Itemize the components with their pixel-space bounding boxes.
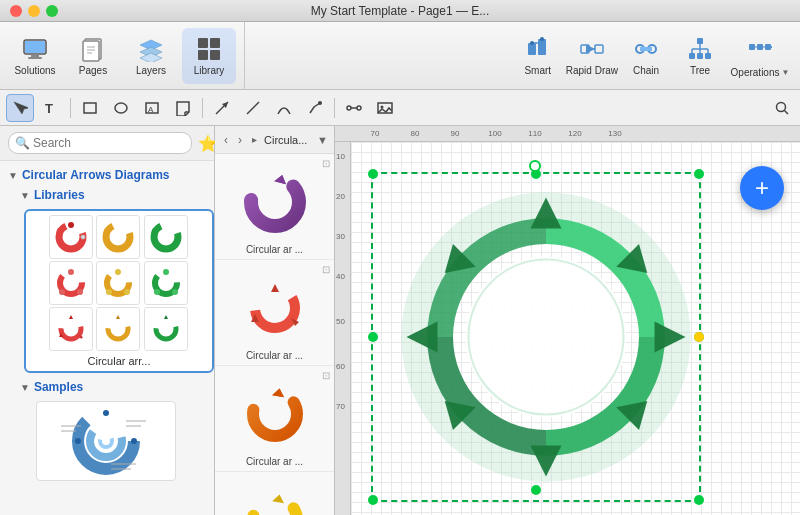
canvas-grid[interactable]: + xyxy=(351,142,800,515)
svg-point-69 xyxy=(68,269,74,275)
svg-point-57 xyxy=(381,105,384,108)
breadcrumb-more-icon[interactable]: ▼ xyxy=(317,134,328,146)
image-tool[interactable] xyxy=(371,94,399,122)
ellipse-tool[interactable] xyxy=(107,94,135,122)
lib-cell-9 xyxy=(144,307,188,351)
shapes-list: ⊡ xyxy=(215,154,334,515)
separator-3 xyxy=(334,98,335,118)
shape-item-3[interactable]: ⊡ Circular ar ... xyxy=(215,366,334,472)
pages-label: Pages xyxy=(79,65,107,76)
svg-rect-21 xyxy=(581,45,589,53)
smart-icon xyxy=(524,35,552,63)
tree-button[interactable]: Tree xyxy=(674,28,726,84)
rapid-draw-icon xyxy=(578,35,606,63)
back-arrow-icon[interactable]: ‹ xyxy=(221,131,231,149)
svg-marker-46 xyxy=(177,102,189,116)
shape-item-2[interactable]: ⊡ Circular ar ... xyxy=(215,260,334,366)
sample-diagram[interactable] xyxy=(36,401,176,481)
samples-item[interactable]: ▼ Samples xyxy=(12,377,214,397)
maximize-button[interactable] xyxy=(46,5,58,17)
text-box-tool[interactable]: A xyxy=(138,94,166,122)
shape-item-1[interactable]: ⊡ xyxy=(215,154,334,260)
rapid-draw-button[interactable]: Rapid Draw xyxy=(566,28,618,84)
svg-text:A: A xyxy=(148,105,154,114)
library-button[interactable]: Library xyxy=(182,28,236,84)
handle-bot-left[interactable] xyxy=(368,495,378,505)
circular-arrows-item[interactable]: ▼ Circular Arrows Diagrams xyxy=(0,165,214,185)
arrow-tool[interactable] xyxy=(208,94,236,122)
chain-button[interactable]: Chain xyxy=(620,28,672,84)
canvas-area[interactable]: 70 80 90 100 110 120 130 10 20 30 40 50 … xyxy=(335,126,800,515)
svg-point-52 xyxy=(318,101,322,105)
pages-icon xyxy=(79,35,107,63)
lib-cell-2 xyxy=(96,215,140,259)
svg-point-58 xyxy=(777,102,786,111)
operations-button[interactable]: Operations ▼ xyxy=(728,28,792,84)
fold-icon-3: ⊡ xyxy=(322,370,330,381)
library-grid xyxy=(49,215,189,351)
breadcrumb-text: Circula... xyxy=(264,134,313,146)
svg-rect-15 xyxy=(210,50,220,60)
lib-cell-8 xyxy=(96,307,140,351)
libraries-item[interactable]: ▼ Libraries xyxy=(12,185,214,205)
text-tool[interactable]: T xyxy=(37,94,65,122)
line-tool[interactable] xyxy=(239,94,267,122)
connect-tool[interactable] xyxy=(340,94,368,122)
library-item[interactable]: Circular arr... xyxy=(24,209,214,373)
curve-tool[interactable] xyxy=(270,94,298,122)
pen-tool[interactable] xyxy=(301,94,329,122)
circular-arrows-label: Circular Arrows Diagrams xyxy=(22,168,170,182)
handle-top-right[interactable] xyxy=(694,169,704,179)
rectangle-tool[interactable] xyxy=(76,94,104,122)
library-item-label: Circular arr... xyxy=(88,355,151,367)
svg-point-62 xyxy=(68,222,74,228)
pages-button[interactable]: Pages xyxy=(66,28,120,84)
svg-rect-26 xyxy=(640,47,652,51)
toolbar-main-group: Solutions Pages xyxy=(0,22,245,89)
svg-rect-5 xyxy=(83,41,99,61)
svg-point-80 xyxy=(61,319,81,339)
search-bar: 🔍 ⭐ xyxy=(0,126,214,161)
close-button[interactable] xyxy=(10,5,22,17)
libraries-arrow-icon: ▼ xyxy=(20,190,30,201)
operations-label: Operations xyxy=(731,67,780,78)
ruler-mark-70: 70 xyxy=(355,129,395,138)
ruler-top: 70 80 90 100 110 120 130 xyxy=(335,126,800,142)
svg-rect-17 xyxy=(538,39,546,55)
solutions-label: Solutions xyxy=(14,65,55,76)
minimize-button[interactable] xyxy=(28,5,40,17)
chain-label: Chain xyxy=(633,65,659,76)
svg-rect-28 xyxy=(689,53,695,59)
forward-arrow-icon[interactable]: › xyxy=(235,131,245,149)
separator-1 xyxy=(70,98,71,118)
fab-add-button[interactable]: + xyxy=(740,166,784,210)
ruler-left: 10 20 30 40 50 60 70 xyxy=(335,142,351,515)
rotation-handle[interactable] xyxy=(529,160,541,172)
smart-label: Smart xyxy=(524,65,551,76)
operations-icon xyxy=(746,34,774,65)
svg-point-104 xyxy=(255,288,295,328)
zoom-search-button[interactable] xyxy=(770,96,794,120)
smart-button[interactable]: Smart xyxy=(512,28,564,84)
ruler-mark-80: 80 xyxy=(395,129,435,138)
shapes-header: ‹ › ▸ Circula... ▼ xyxy=(215,126,334,154)
select-tool[interactable] xyxy=(6,94,34,122)
handle-top-left[interactable] xyxy=(368,169,378,179)
circular-diagram[interactable] xyxy=(391,182,701,492)
shape-label-2: Circular ar ... xyxy=(246,350,303,361)
ruler-mark-120: 120 xyxy=(555,129,595,138)
note-tool[interactable] xyxy=(169,94,197,122)
solutions-button[interactable]: Solutions xyxy=(8,28,62,84)
handle-mid-left[interactable] xyxy=(368,332,378,342)
left-panel: 🔍 ⭐ ▼ Circular Arrows Diagrams ▼ Librari… xyxy=(0,126,215,515)
handle-bot-right[interactable] xyxy=(694,495,704,505)
rapid-draw-label: Rapid Draw xyxy=(566,65,618,76)
ruler-vmark-30: 30 xyxy=(336,232,345,241)
svg-point-43 xyxy=(115,103,127,113)
layers-button[interactable]: Layers xyxy=(124,28,178,84)
search-input[interactable] xyxy=(8,132,192,154)
shape-item-4[interactable] xyxy=(215,472,334,515)
svg-point-61 xyxy=(67,233,75,241)
svg-rect-29 xyxy=(697,53,703,59)
svg-rect-37 xyxy=(757,44,763,50)
